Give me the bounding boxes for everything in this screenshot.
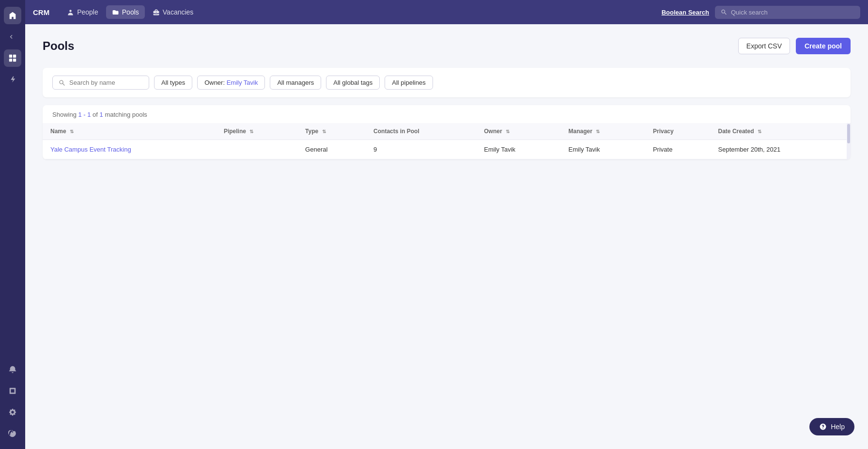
- topnav-brand: CRM: [33, 8, 49, 16]
- cell-manager: Emily Tavik: [561, 140, 645, 159]
- search-input-wrap: [52, 76, 149, 90]
- quick-search-input[interactable]: [731, 9, 854, 16]
- page-title: Pools: [43, 39, 74, 53]
- col-name[interactable]: Name ⇅: [43, 123, 216, 140]
- owner-filter-value: Emily Tavik: [227, 79, 258, 86]
- search-icon: [721, 9, 727, 15]
- owner-filter[interactable]: Owner: Emily Tavik: [197, 76, 265, 90]
- topnav-vacancies-label: Vacancies: [163, 8, 194, 16]
- all-pipelines-filter[interactable]: All pipelines: [385, 76, 433, 90]
- help-label: Help: [831, 423, 845, 431]
- help-button[interactable]: Help: [809, 418, 854, 435]
- pools-table: Name ⇅ Pipeline ⇅ Type ⇅ Contacts in Poo…: [43, 123, 851, 159]
- sidebar-item-back[interactable]: [4, 28, 21, 46]
- cell-owner: Emily Tavik: [476, 140, 560, 159]
- name-search-input[interactable]: [69, 79, 137, 86]
- topnav-item-vacancies[interactable]: Vacancies: [147, 5, 200, 19]
- sidebar-item-bell[interactable]: [4, 361, 21, 378]
- svg-rect-1: [13, 55, 16, 58]
- col-owner[interactable]: Owner ⇅: [476, 123, 560, 140]
- cell-type: General: [297, 140, 366, 159]
- col-date-created[interactable]: Date Created ⇅: [711, 123, 851, 140]
- topnav: CRM People Pools Vacancies Boolean Searc…: [25, 0, 868, 24]
- all-managers-filter[interactable]: All managers: [270, 76, 321, 90]
- sidebar-item-settings[interactable]: [4, 403, 21, 421]
- table-body: Yale Campus Event Tracking General 9 Emi…: [43, 140, 851, 159]
- cell-pipeline: [216, 140, 297, 159]
- topnav-item-pools[interactable]: Pools: [106, 5, 145, 19]
- help-icon: [819, 423, 827, 431]
- cell-contacts: 9: [366, 140, 476, 159]
- scroll-thumb[interactable]: [847, 124, 850, 143]
- boolean-search-button[interactable]: Boolean Search: [662, 9, 709, 16]
- topnav-item-people[interactable]: People: [61, 5, 104, 19]
- cell-date-created: September 20th, 2021: [711, 140, 851, 159]
- table-scroll-wrap: Name ⇅ Pipeline ⇅ Type ⇅ Contacts in Poo…: [43, 123, 851, 159]
- topnav-right: Boolean Search: [662, 6, 860, 19]
- all-types-filter[interactable]: All types: [154, 76, 192, 90]
- topnav-pools-label: Pools: [122, 8, 139, 16]
- sort-type-icon: ⇅: [322, 129, 326, 134]
- sort-pipeline-icon: ⇅: [249, 129, 253, 134]
- sidebar-logo[interactable]: [4, 7, 21, 24]
- topnav-people-label: People: [77, 8, 98, 16]
- col-contacts[interactable]: Contacts in Pool: [366, 123, 476, 140]
- sort-date-icon: ⇅: [758, 129, 761, 134]
- topnav-items: People Pools Vacancies: [61, 5, 662, 19]
- col-privacy[interactable]: Privacy: [645, 123, 711, 140]
- table-header-row: Name ⇅ Pipeline ⇅ Type ⇅ Contacts in Poo…: [43, 123, 851, 140]
- search-filter-icon: [59, 79, 65, 86]
- svg-rect-0: [9, 55, 12, 58]
- col-pipeline[interactable]: Pipeline ⇅: [216, 123, 297, 140]
- col-type[interactable]: Type ⇅: [297, 123, 366, 140]
- sort-manager-icon: ⇅: [596, 129, 600, 134]
- cell-name: Yale Campus Event Tracking: [43, 140, 216, 159]
- results-count: 1: [100, 111, 103, 118]
- table-row: Yale Campus Event Tracking General 9 Emi…: [43, 140, 851, 159]
- col-manager[interactable]: Manager ⇅: [561, 123, 645, 140]
- all-global-tags-filter[interactable]: All global tags: [326, 76, 380, 90]
- main-content: Pools Export CSV Create pool All types O…: [25, 24, 868, 449]
- sort-name-icon: ⇅: [70, 129, 74, 134]
- sidebar-item-book[interactable]: [4, 382, 21, 400]
- results-info: Showing 1 - 1 of 1 matching pools: [43, 105, 851, 123]
- sidebar-item-dashboard[interactable]: [4, 49, 21, 67]
- sidebar-item-power[interactable]: [4, 425, 21, 442]
- svg-rect-2: [9, 59, 12, 62]
- owner-filter-label: Owner: Emily Tavik: [204, 79, 258, 86]
- pool-name-link[interactable]: Yale Campus Event Tracking: [50, 146, 131, 153]
- svg-rect-3: [13, 59, 16, 62]
- quick-search-container: [715, 6, 860, 19]
- sidebar-item-lightning[interactable]: [4, 71, 21, 88]
- scroll-track: [847, 123, 851, 159]
- create-pool-button[interactable]: Create pool: [796, 38, 851, 54]
- cell-privacy: Private: [645, 140, 711, 159]
- filter-bar: All types Owner: Emily Tavik All manager…: [43, 68, 851, 97]
- export-csv-button[interactable]: Export CSV: [738, 38, 790, 54]
- main-area: CRM People Pools Vacancies Boolean Searc…: [25, 0, 868, 449]
- sort-owner-icon: ⇅: [506, 129, 510, 134]
- results-range: 1 - 1: [78, 111, 91, 118]
- page-header: Pools Export CSV Create pool: [43, 38, 851, 54]
- header-actions: Export CSV Create pool: [738, 38, 851, 54]
- table-container: Showing 1 - 1 of 1 matching pools Name ⇅…: [43, 105, 851, 159]
- sidebar: [0, 0, 25, 449]
